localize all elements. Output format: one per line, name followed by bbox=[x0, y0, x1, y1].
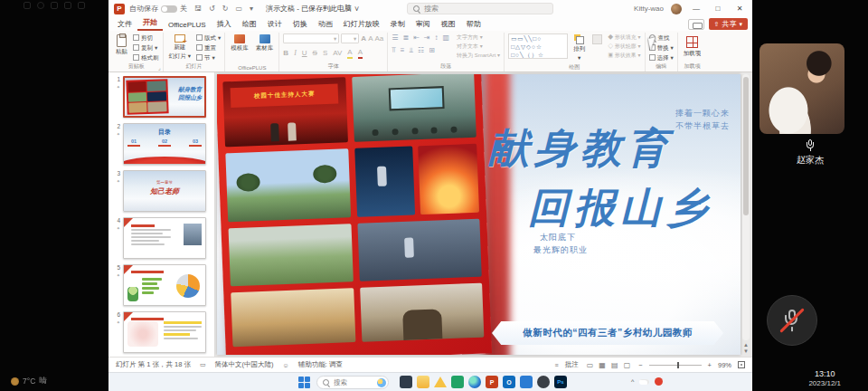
scrollbar-thumb[interactable] bbox=[743, 77, 749, 215]
mute-button[interactable] bbox=[767, 295, 817, 346]
reset-button[interactable]: 重置 bbox=[196, 43, 221, 52]
text-direction-button[interactable]: 文字方向 ▾ bbox=[457, 33, 500, 41]
italic-button[interactable]: I bbox=[294, 48, 297, 58]
tab-record[interactable]: 录制 bbox=[385, 18, 410, 31]
customize-qat-icon[interactable]: ▾ bbox=[250, 5, 253, 14]
shape-effects-button[interactable]: ▣ 形状效果 ▾ bbox=[608, 52, 640, 59]
close-button[interactable]: ✕ bbox=[732, 5, 747, 13]
slide-1-thumbnail[interactable]: 献身教育回报山乡 bbox=[123, 76, 206, 118]
start-button[interactable] bbox=[298, 377, 310, 388]
bullets-icon[interactable]: ☰ bbox=[392, 33, 398, 43]
decrease-indent-icon[interactable]: ⇤ bbox=[413, 33, 420, 43]
text-shadow-icon[interactable]: S bbox=[323, 48, 327, 58]
undo-icon[interactable]: ↺ bbox=[209, 5, 215, 14]
format-painter-button[interactable]: 格式刷 bbox=[133, 53, 159, 62]
participant-video[interactable] bbox=[760, 43, 844, 134]
slide-4-thumbnail[interactable] bbox=[123, 217, 206, 259]
tab-draw[interactable]: 绘图 bbox=[237, 18, 262, 31]
bold-button[interactable]: B bbox=[283, 48, 288, 58]
onedrive-icon[interactable] bbox=[639, 379, 649, 385]
thumbnail-item-5[interactable]: 5✦ bbox=[110, 264, 211, 306]
file-explorer-icon[interactable] bbox=[417, 376, 429, 388]
slide-5-thumbnail[interactable] bbox=[123, 264, 206, 306]
photoshop-icon[interactable]: Ps bbox=[554, 376, 567, 388]
justify-icon[interactable]: ☷ bbox=[418, 46, 424, 55]
zoom-in-icon[interactable]: + bbox=[708, 361, 712, 369]
slide-2-thumbnail[interactable]: 目录 01 02 03 bbox=[123, 123, 206, 165]
template-library-button[interactable]: 模板库 bbox=[229, 33, 250, 53]
search-input[interactable]: 搜索 bbox=[407, 3, 553, 14]
document-title[interactable]: 演示文稿 - 已保存到此电脑 ∨ bbox=[266, 4, 360, 14]
zoom-level[interactable]: 99% bbox=[718, 361, 731, 369]
align-left-icon[interactable]: ⫪ bbox=[392, 46, 396, 55]
tab-transitions[interactable]: 切换 bbox=[288, 18, 313, 31]
annotate-icon[interactable] bbox=[64, 2, 71, 9]
record-icon[interactable] bbox=[37, 2, 44, 9]
tab-insert[interactable]: 插入 bbox=[212, 18, 237, 31]
edge-icon[interactable] bbox=[468, 376, 481, 388]
tab-home[interactable]: 开始 bbox=[137, 16, 163, 31]
distribute-icon[interactable]: ⊞ bbox=[429, 46, 435, 55]
shape-outline-button[interactable]: ◇ 形状轮廓 ▾ bbox=[608, 43, 640, 50]
quick-styles-button[interactable] bbox=[590, 33, 604, 45]
copy-button[interactable]: 复制 ▾ bbox=[133, 43, 159, 52]
reading-view-icon[interactable]: ▤ bbox=[611, 361, 618, 369]
slide-sorter-icon[interactable]: ▦ bbox=[599, 361, 606, 369]
comments-button[interactable] bbox=[688, 19, 704, 30]
line-spacing-icon[interactable]: ↕ bbox=[435, 33, 439, 43]
maximize-button[interactable]: □ bbox=[711, 5, 725, 13]
font-size-select[interactable]: ▾ bbox=[341, 33, 359, 43]
green-app-icon[interactable] bbox=[451, 376, 464, 388]
slide-editing-area[interactable]: 校园十佳主持人大赛 bbox=[217, 74, 741, 355]
vertical-scrollbar[interactable] bbox=[742, 74, 750, 340]
convert-smartart-button[interactable]: 转换为 SmartArt ▾ bbox=[457, 52, 500, 59]
increase-indent-icon[interactable]: ⇥ bbox=[424, 33, 430, 43]
material-library-button[interactable]: 素材库 bbox=[254, 33, 276, 53]
shrink-font-icon[interactable]: A bbox=[368, 33, 373, 43]
slideshow-icon[interactable]: ▭ bbox=[235, 5, 242, 14]
share-button[interactable]: ⇧共享▾ bbox=[709, 18, 748, 30]
more-icon[interactable] bbox=[78, 2, 85, 9]
redo-icon[interactable]: ↻ bbox=[222, 5, 229, 14]
tab-help[interactable]: 帮助 bbox=[461, 18, 486, 31]
select-button[interactable]: 选择 ▾ bbox=[649, 53, 674, 62]
character-spacing-icon[interactable]: AV bbox=[333, 48, 342, 58]
slide-6-thumbnail[interactable] bbox=[123, 311, 206, 353]
prev-slide-icon[interactable]: ▲ bbox=[741, 342, 750, 348]
slideshow-view-icon[interactable]: ▢ bbox=[624, 361, 631, 369]
addins-button[interactable]: 加载项 bbox=[682, 33, 703, 59]
strikethrough-button[interactable]: S bbox=[313, 48, 317, 58]
align-right-icon[interactable]: ⫫ bbox=[409, 46, 413, 55]
zoom-out-icon[interactable]: − bbox=[638, 361, 642, 369]
tab-animations[interactable]: 动画 bbox=[313, 18, 338, 31]
normal-view-icon[interactable]: ▭ bbox=[587, 361, 594, 369]
paste-button[interactable]: 粘贴 bbox=[114, 33, 129, 57]
thumbnail-item-1[interactable]: 1✦ 献身教育回报山乡 bbox=[110, 76, 211, 118]
tab-file[interactable]: 文件 bbox=[112, 18, 137, 31]
account-name[interactable]: Kitty-wao bbox=[634, 5, 664, 13]
blue-app-icon[interactable] bbox=[520, 376, 533, 388]
toggle-icon[interactable] bbox=[161, 5, 177, 13]
tab-view[interactable]: 视图 bbox=[436, 18, 461, 31]
drive-icon[interactable] bbox=[434, 377, 447, 387]
thumbnail-item-2[interactable]: 2✦ 目录 01 02 03 bbox=[110, 123, 211, 165]
tab-slideshow[interactable]: 幻灯片放映 bbox=[338, 18, 385, 31]
new-slide-button[interactable]: 新建 幻灯片 ▾ bbox=[167, 33, 193, 62]
thumbnail-item-3[interactable]: 3✦ 第一章节 知己老师 bbox=[110, 170, 211, 212]
arrange-button[interactable]: 排列▾ bbox=[571, 33, 587, 62]
thumbnail-item-4[interactable]: 4✦ bbox=[110, 217, 211, 259]
minimize-button[interactable]: — bbox=[689, 5, 703, 13]
shape-fill-button[interactable]: ◆ 形状填充 ▾ bbox=[608, 33, 640, 41]
account-avatar[interactable] bbox=[671, 4, 682, 14]
thumbnail-item-6[interactable]: 6✦ bbox=[110, 311, 211, 353]
slide-nav-buttons[interactable]: ▲▼ bbox=[741, 342, 750, 355]
task-view-icon[interactable] bbox=[400, 376, 412, 388]
camera-icon[interactable] bbox=[51, 2, 58, 9]
comments-toggle[interactable]: 批注 bbox=[565, 360, 579, 369]
monitor-icon[interactable] bbox=[24, 2, 31, 9]
shapes-gallery[interactable]: ▭▭╲╲□○ □△▽◇○☆ □○╲（）☆ bbox=[508, 33, 568, 59]
change-case-icon[interactable]: Aa bbox=[374, 33, 383, 43]
globe-app-icon[interactable] bbox=[537, 376, 550, 388]
taskbar-search-input[interactable]: 搜索 bbox=[316, 376, 389, 389]
zoom-slider-thumb[interactable] bbox=[677, 362, 679, 368]
